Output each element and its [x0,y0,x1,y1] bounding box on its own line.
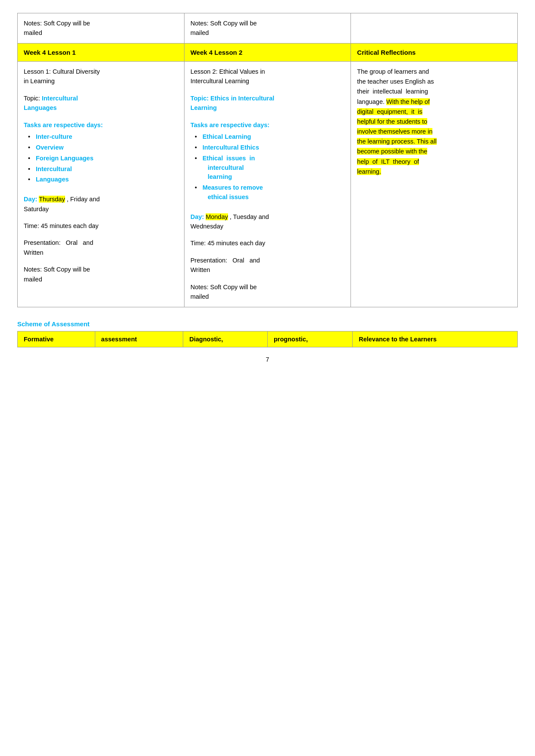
col2-bullet-list: Ethical Learning Intercultural Ethics Et… [191,132,345,202]
col2-time: Time: 45 minutes each day [191,238,345,248]
col2-bullet-3: Ethical issues in intercultural learning [195,154,345,182]
page-number: 7 [17,356,518,363]
col1-notes: Notes: Soft Copy will bemailed [24,265,178,284]
col2-day: Day: Monday , Tuesday and Wednesday [191,212,345,231]
top-notes-row: Notes: Soft Copy will be mailed Notes: S… [18,13,518,44]
top-col1-text2: mailed [24,29,42,36]
main-table: Notes: Soft Copy will be mailed Notes: S… [17,13,518,307]
top-col1-text: Notes: Soft Copy will be [24,20,90,27]
top-col2: Notes: Soft Copy will be mailed [184,13,351,44]
header-row: Week 4 Lesson 1 Week 4 Lesson 2 Critical… [18,43,518,61]
col1-day: Day: Thursday , Friday and Saturday [24,194,178,214]
content-row: Lesson 1: Cultural Diversity in Learning… [18,61,518,307]
top-col1: Notes: Soft Copy will be mailed [18,13,185,44]
col2-presentation: Presentation: Oral andWritten [191,256,345,275]
scheme-section: Scheme of Assessment Formative assessmen… [17,320,518,347]
scheme-table: Formative assessment Diagnostic, prognos… [17,331,518,347]
content-col3: The group of learners and the teacher us… [351,61,518,307]
header-col2: Week 4 Lesson 2 [184,43,351,61]
col2-tasks-label: Tasks are respective days: [191,120,345,130]
col1-time: Time: 45 minutes each day [24,221,178,231]
col1-bullet-4: Intercultural [28,165,178,174]
scheme-title: Scheme of Assessment [17,320,518,328]
content-col1: Lesson 1: Cultural Diversity in Learning… [18,61,185,307]
col3-paragraph: The group of learners and the teacher us… [357,67,511,177]
header-col3: Critical Reflections [351,43,518,61]
scheme-col3: Diagnostic, [183,331,268,347]
content-col2: Lesson 2: Ethical Values in Intercultura… [184,61,351,307]
col2-topic: Topic: Ethics in Intercultural Learning [191,94,345,113]
top-col2-text2: mailed [191,29,209,36]
col1-tasks-label: Tasks are respective days: [24,120,178,130]
scheme-col2: assessment [95,331,183,347]
col2-bullet-1: Ethical Learning [195,132,345,142]
scheme-col1: Formative [18,331,95,347]
scheme-col5: Relevance to the Learners [353,331,518,347]
scheme-row: Formative assessment Diagnostic, prognos… [18,331,518,347]
top-col3 [351,13,518,44]
col1-bullet-1: Inter-culture [28,132,178,142]
col1-bullet-list: Inter-culture Overview Foreign Languages… [24,132,178,184]
header-col1: Week 4 Lesson 1 [18,43,185,61]
col2-notes: Notes: Soft Copy will bemailed [191,282,345,302]
top-col2-text: Notes: Soft Copy will be [191,20,257,27]
col2-bullet-2: Intercultural Ethics [195,143,345,153]
col1-bullet-3: Foreign Languages [28,154,178,163]
col1-lesson-title: Lesson 1: Cultural Diversity in Learning [24,67,178,86]
col2-bullet-4: Measures to remove ethical issues [195,183,345,202]
scheme-col4: prognostic, [268,331,353,347]
col1-presentation: Presentation: Oral andWritten [24,238,178,257]
col1-bullet-2: Overview [28,143,178,153]
col1-bullet-5: Languages [28,175,178,184]
col2-lesson-title: Lesson 2: Ethical Values in Intercultura… [191,67,345,86]
col1-topic: Topic: Intercultural Languages [24,94,178,113]
